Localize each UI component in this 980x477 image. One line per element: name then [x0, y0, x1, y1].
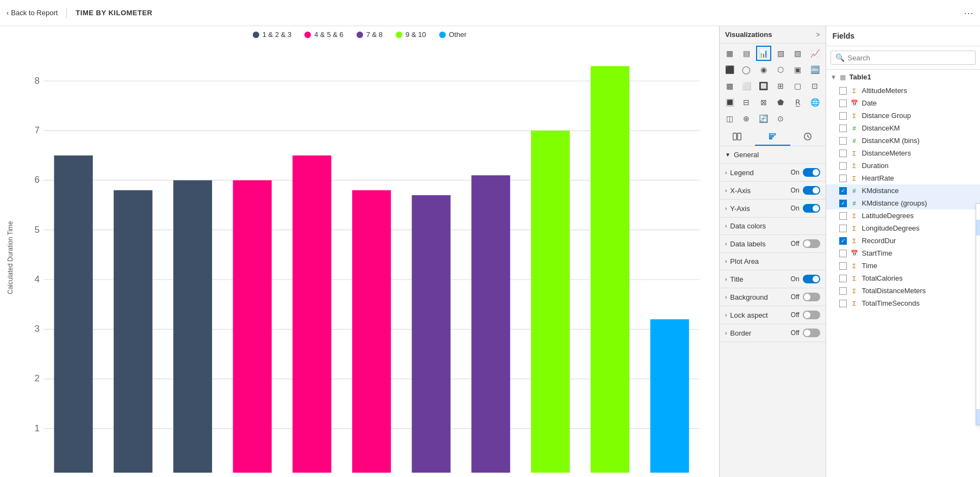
tab-format[interactable] — [755, 128, 790, 146]
context-menu-item[interactable]: Delete — [976, 299, 980, 314]
viz-type-icon-7[interactable]: ◯ — [739, 62, 754, 77]
search-input[interactable] — [848, 54, 971, 62]
field-item[interactable]: ΣDuration — [826, 159, 980, 172]
field-item[interactable]: ΣLatitudeDegrees — [826, 209, 980, 222]
field-item[interactable]: ΣLongitudeDegrees — [826, 222, 980, 234]
field-item[interactable]: ΣDistance Group — [826, 109, 980, 122]
field-item[interactable]: ✓ΣRecordDur — [826, 234, 980, 247]
viz-type-icon-2[interactable]: 📊 — [756, 46, 771, 61]
fields-table-header[interactable]: ▼ ▦ Table1 — [826, 70, 980, 84]
viz-type-icon-9[interactable]: ⬡ — [773, 62, 788, 77]
field-item[interactable]: 📅Date — [826, 97, 980, 109]
context-menu-item[interactable]: Add filter — [976, 204, 980, 220]
viz-panel-chevron[interactable]: > — [816, 31, 820, 39]
format-group-header[interactable]: › Data colors — [720, 218, 826, 234]
viz-type-icon-3[interactable]: ▧ — [773, 46, 788, 61]
toggle-switch[interactable] — [803, 329, 820, 337]
context-menu-item[interactable]: Edit Groups — [976, 409, 980, 425]
viz-type-icon-21[interactable]: ⬟ — [773, 95, 788, 110]
format-group-header[interactable]: ▼ General — [720, 146, 826, 163]
viz-type-icon-18[interactable]: 🔳 — [722, 95, 737, 110]
format-group-header[interactable]: › Plot Area — [720, 253, 826, 270]
viz-type-icon-4[interactable]: ▨ — [790, 46, 806, 61]
context-menu-item[interactable]: New measure — [976, 236, 980, 251]
legend-label: Other — [449, 30, 467, 39]
viz-type-icon-10[interactable]: ▣ — [790, 62, 806, 77]
tab-analytics[interactable] — [790, 128, 826, 146]
field-checkbox: ✓ — [839, 187, 847, 195]
viz-type-icon-12[interactable]: ▩ — [722, 78, 737, 94]
viz-type-icon-25[interactable]: ⊕ — [739, 111, 754, 126]
viz-type-icon-8[interactable]: ◉ — [756, 62, 771, 77]
field-item[interactable]: ΣTotalTimeSeconds — [826, 297, 980, 309]
field-item[interactable]: ΣTotalDistanceMeters — [826, 284, 980, 297]
viz-type-icon-23[interactable]: 🌐 — [807, 95, 822, 110]
format-group-header[interactable]: › Border Off — [720, 324, 826, 342]
format-group-header[interactable]: › Data labels Off — [720, 235, 826, 252]
back-to-report-button[interactable]: ‹ Back to Report — [7, 9, 58, 17]
tab-fields[interactable] — [720, 128, 755, 146]
chevron-icon: › — [725, 188, 727, 194]
toggle-switch[interactable] — [803, 275, 820, 283]
context-menu-item[interactable]: New quick measure — [976, 267, 980, 283]
format-group-header[interactable]: › Legend On — [720, 164, 826, 181]
field-item[interactable]: 📅StartTime — [826, 247, 980, 259]
context-menu-item[interactable]: Expand all — [976, 377, 980, 393]
field-item[interactable]: ΣTime — [826, 259, 980, 272]
toggle-switch[interactable] — [803, 239, 820, 248]
toggle-switch[interactable] — [803, 186, 820, 195]
toggle-switch[interactable] — [803, 168, 820, 177]
viz-type-icon-13[interactable]: ⬜ — [739, 78, 754, 94]
field-item[interactable]: ✓#KMdistance (groups)Add filterNew hiera… — [826, 197, 980, 209]
viz-type-icon-1[interactable]: ▤ — [739, 46, 754, 61]
format-group-header[interactable]: › X-Axis On — [720, 182, 826, 199]
svg-text:1: 1 — [35, 423, 40, 433]
viz-type-icon-27[interactable]: ⊙ — [773, 111, 788, 126]
viz-type-icon-26[interactable]: 🔄 — [756, 111, 771, 126]
toggle-switch[interactable] — [803, 204, 820, 213]
context-menu-item[interactable]: Hide — [976, 314, 980, 330]
field-item[interactable]: #DistanceKM — [826, 122, 980, 134]
field-item[interactable]: ΣHeartRate — [826, 172, 980, 184]
toggle-switch[interactable] — [803, 293, 820, 301]
format-group-header[interactable]: › Y-Axis On — [720, 200, 826, 217]
toggle-label: Off — [791, 240, 800, 247]
viz-type-icon-11[interactable]: 🔤 — [807, 62, 822, 77]
field-item[interactable]: ΣAltitudeMeters — [826, 84, 980, 97]
field-item[interactable]: ΣTotalCalories — [826, 272, 980, 284]
viz-type-icon-6[interactable]: ⬛ — [722, 62, 737, 77]
more-options-icon[interactable]: ⋯ — [964, 7, 973, 19]
context-menu-item[interactable]: View hidden — [976, 330, 980, 346]
context-menu-item[interactable]: Unhide all — [976, 346, 980, 362]
viz-type-icon-5[interactable]: 📈 — [807, 46, 822, 61]
field-item[interactable]: ΣDistanceMeters — [826, 147, 980, 159]
viz-type-icon-0[interactable]: ▦ — [722, 46, 737, 61]
field-type-sigma-icon: Σ — [850, 300, 859, 307]
toggle-switch[interactable] — [803, 311, 820, 319]
field-type-sigma-icon: Σ — [850, 113, 859, 119]
legend-item: 1 & 2 & 3 — [253, 30, 291, 39]
viz-type-icon-19[interactable]: ⊟ — [739, 95, 754, 110]
context-menu-item[interactable]: New Group — [976, 393, 980, 409]
format-group-label: Data labels — [730, 240, 790, 248]
context-menu-item[interactable]: New column — [976, 251, 980, 267]
viz-type-icon-15[interactable]: ⊞ — [773, 78, 788, 94]
field-item[interactable]: ✓#KMdistance — [826, 184, 980, 197]
viz-type-icon-17[interactable]: ⊡ — [807, 78, 822, 94]
format-group-header[interactable]: › Background Off — [720, 288, 826, 306]
format-group-label: Data colors — [730, 222, 820, 230]
viz-type-icon-16[interactable]: ▢ — [790, 78, 806, 94]
context-menu-item[interactable]: Rename — [976, 283, 980, 299]
format-group-label: Legend — [730, 169, 790, 177]
viz-type-icon-20[interactable]: ⊠ — [756, 95, 771, 110]
viz-type-icon-14[interactable]: 🔲 — [756, 78, 771, 94]
format-group-10: › Border Off — [720, 324, 826, 342]
context-menu-item[interactable]: Collapse all — [976, 362, 980, 377]
context-menu-item[interactable]: New hierarchy — [976, 220, 980, 236]
viz-type-icon-24[interactable]: ◫ — [722, 111, 737, 126]
format-group-toggle: Off — [791, 311, 820, 319]
viz-type-icon-22[interactable]: R̲ — [790, 95, 806, 110]
field-item[interactable]: #DistanceKM (bins) — [826, 134, 980, 147]
format-group-header[interactable]: › Title On — [720, 270, 826, 288]
format-group-header[interactable]: › Lock aspect Off — [720, 306, 826, 324]
